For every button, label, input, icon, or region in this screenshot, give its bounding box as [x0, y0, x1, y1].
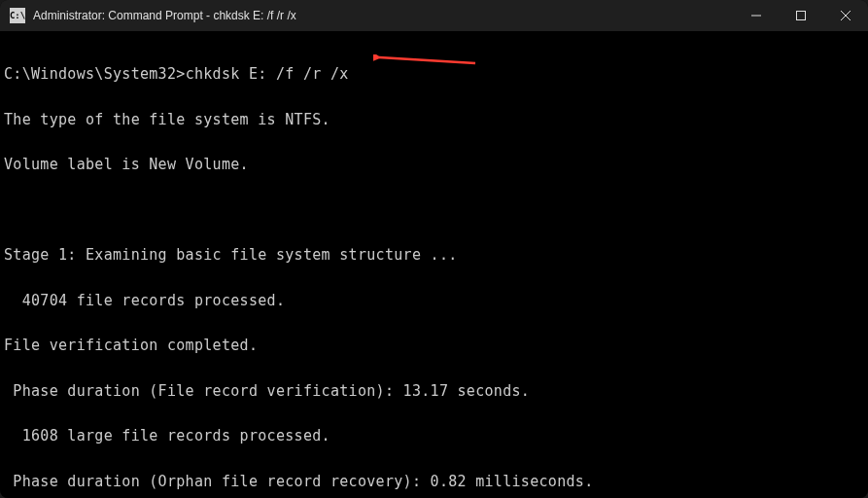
- window-controls: [734, 0, 868, 31]
- terminal-output[interactable]: C:\Windows\System32>chkdsk E: /f /r /x T…: [0, 31, 868, 498]
- window-title: Administrator: Command Prompt - chkdsk E…: [33, 9, 734, 22]
- cmd-icon: C:\: [10, 8, 25, 23]
- close-icon: [841, 11, 851, 20]
- output-line: Phase duration (Orphan file record recov…: [4, 475, 860, 490]
- minimize-icon: [751, 11, 761, 20]
- output-line: Phase duration (File record verification…: [4, 384, 860, 400]
- output-line: 1608 large file records processed.: [4, 429, 860, 445]
- svg-line-4: [379, 57, 475, 63]
- output-line: Volume label is New Volume.: [4, 158, 860, 173]
- output-blank: [4, 203, 860, 219]
- maximize-icon: [796, 11, 806, 20]
- titlebar[interactable]: C:\ Administrator: Command Prompt - chkd…: [0, 0, 868, 31]
- output-line: 40704 file records processed.: [4, 294, 860, 309]
- minimize-button[interactable]: [734, 0, 779, 31]
- command-prompt-window: C:\ Administrator: Command Prompt - chkd…: [0, 0, 868, 498]
- prompt-path: C:\Windows\System32>: [4, 65, 186, 83]
- output-line: The type of the file system is NTFS.: [4, 113, 860, 128]
- close-button[interactable]: [823, 0, 868, 31]
- maximize-button[interactable]: [779, 0, 823, 31]
- prompt-command: chkdsk E: /f /r /x: [186, 65, 349, 83]
- prompt-line: C:\Windows\System32>chkdsk E: /f /r /x: [4, 67, 860, 83]
- output-line: File verification completed.: [4, 338, 860, 354]
- svg-rect-1: [797, 12, 806, 20]
- arrow-icon: [373, 54, 480, 66]
- output-line: Stage 1: Examining basic file system str…: [4, 248, 860, 264]
